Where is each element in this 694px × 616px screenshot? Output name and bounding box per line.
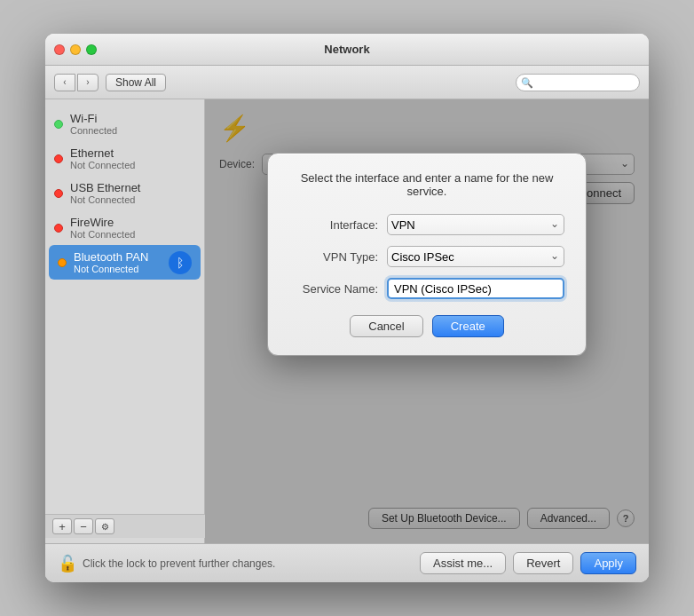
nav-buttons: ‹ ›: [54, 74, 99, 91]
firewire-name: FireWire: [70, 216, 195, 229]
sidebar: Wi-Fi Connected Ethernet Not Connected U…: [45, 99, 205, 543]
search-icon: 🔍: [521, 76, 533, 88]
sidebar-item-ethernet[interactable]: Ethernet Not Connected: [45, 141, 204, 176]
new-service-modal: Select the interface and enter a name fo…: [267, 153, 587, 356]
search-box: 🔍: [516, 74, 640, 91]
footer-buttons: Assist me... Revert Apply: [420, 552, 636, 574]
sidebar-item-firewire[interactable]: FireWire Not Connected: [45, 210, 204, 245]
apply-button[interactable]: Apply: [580, 552, 636, 574]
ethernet-info: Ethernet Not Connected: [70, 146, 195, 170]
vpn-type-select[interactable]: Cisco IPSecIKEv2L2TP over IPSec: [387, 246, 564, 267]
ethernet-name: Ethernet: [70, 146, 195, 160]
service-name-label: Service Name:: [289, 282, 378, 296]
toolbar: ‹ › Show All 🔍: [45, 66, 649, 99]
minimize-button[interactable]: [70, 44, 81, 55]
ethernet-status: Not Connected: [70, 160, 195, 170]
bluetooth-status: Not Connected: [74, 264, 162, 274]
modal-overlay: Select the interface and enter a name fo…: [205, 99, 649, 543]
network-window: Network ‹ › Show All 🔍 Wi-Fi Connected: [45, 34, 649, 582]
lock-icon[interactable]: 🔓: [58, 554, 77, 573]
sidebar-controls: + − ⚙: [45, 514, 205, 538]
back-button[interactable]: ‹: [54, 74, 75, 91]
status-dot-wifi: [54, 120, 63, 129]
bluetooth-name: Bluetooth PAN: [74, 250, 162, 264]
lock-text: Click the lock to prevent further change…: [83, 557, 275, 570]
interface-row: Interface: VPNWi-FiEthernetBluetooth PAN: [289, 214, 564, 235]
service-name-row: Service Name:: [289, 278, 564, 299]
forward-button[interactable]: ›: [77, 74, 99, 91]
sidebar-item-usb-ethernet[interactable]: USB Ethernet Not Connected: [45, 176, 204, 210]
sidebar-item-wifi[interactable]: Wi-Fi Connected: [45, 107, 204, 141]
modal-cancel-button[interactable]: Cancel: [350, 315, 422, 337]
usb-info: USB Ethernet Not Connected: [70, 181, 195, 205]
usb-name: USB Ethernet: [70, 181, 195, 194]
usb-status: Not Connected: [70, 194, 195, 205]
firewire-info: FireWire Not Connected: [70, 216, 195, 240]
interface-select[interactable]: VPNWi-FiEthernetBluetooth PAN: [387, 214, 564, 235]
bluetooth-info: Bluetooth PAN Not Connected: [74, 250, 162, 274]
status-dot-ethernet: [54, 154, 63, 163]
modal-instruction: Select the interface and enter a name fo…: [289, 171, 564, 198]
main-panel: ⚡ Device: Connect Set Up Bluetooth Devic…: [205, 99, 649, 543]
window-title: Network: [324, 43, 369, 56]
add-service-button[interactable]: +: [52, 518, 72, 534]
vpn-type-row: VPN Type: Cisco IPSecIKEv2L2TP over IPSe…: [289, 246, 564, 267]
interface-label: Interface:: [289, 218, 378, 232]
show-all-button[interactable]: Show All: [106, 74, 166, 91]
wifi-name: Wi-Fi: [70, 112, 195, 125]
service-name-input[interactable]: [387, 278, 564, 299]
modal-buttons: Cancel Create: [289, 315, 564, 337]
sidebar-item-bluetooth[interactable]: Bluetooth PAN Not Connected ᛒ: [49, 245, 201, 280]
search-input[interactable]: [516, 74, 640, 91]
vpn-type-select-wrapper: Cisco IPSecIKEv2L2TP over IPSec: [387, 246, 564, 267]
bluetooth-icon: ᛒ: [169, 251, 192, 274]
interface-select-wrapper: VPNWi-FiEthernetBluetooth PAN: [387, 214, 564, 235]
assist-me-button[interactable]: Assist me...: [420, 552, 506, 574]
gear-menu-button[interactable]: ⚙: [95, 518, 114, 534]
revert-button[interactable]: Revert: [513, 552, 573, 574]
wifi-info: Wi-Fi Connected: [70, 112, 195, 136]
firewire-status: Not Connected: [70, 229, 195, 240]
lock-area: 🔓 Click the lock to prevent further chan…: [58, 554, 420, 573]
footer: 🔓 Click the lock to prevent further chan…: [45, 543, 649, 582]
close-button[interactable]: [54, 44, 65, 55]
status-dot-usb: [54, 189, 63, 198]
remove-service-button[interactable]: −: [74, 518, 93, 534]
wifi-status: Connected: [70, 125, 195, 136]
traffic-lights: [54, 44, 97, 55]
vpn-type-label: VPN Type:: [289, 250, 378, 264]
content-area: Wi-Fi Connected Ethernet Not Connected U…: [45, 99, 649, 543]
titlebar: Network: [45, 34, 649, 66]
status-dot-bluetooth: [58, 258, 67, 267]
maximize-button[interactable]: [86, 44, 97, 55]
modal-create-button[interactable]: Create: [432, 315, 504, 337]
status-dot-firewire: [54, 224, 63, 233]
